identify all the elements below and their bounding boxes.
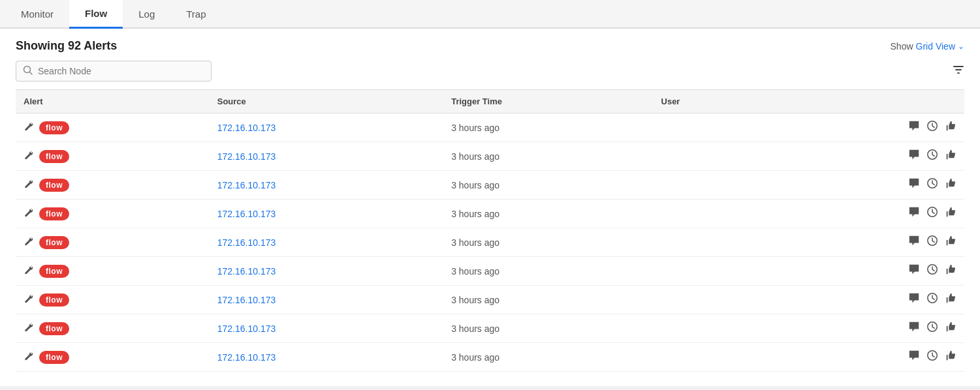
table-row: flow 172.16.10.173 3 hours ago [16, 314, 964, 343]
grid-view-link[interactable]: Grid View [916, 41, 955, 52]
source-link[interactable]: 172.16.10.173 [217, 266, 276, 277]
thumbsup-icon[interactable] [945, 292, 956, 307]
comment-icon[interactable] [908, 149, 920, 164]
thumbsup-icon[interactable] [945, 321, 956, 336]
comment-icon[interactable] [908, 206, 920, 221]
thumbsup-icon[interactable] [945, 206, 956, 221]
comment-icon[interactable] [908, 120, 920, 135]
clock-icon[interactable] [926, 350, 938, 365]
search-icon [23, 65, 33, 77]
thumbsup-icon[interactable] [945, 120, 956, 135]
trigger-time: 3 hours ago [451, 352, 499, 363]
header-row: Showing 92 Alerts Show Grid View ⌄ [16, 39, 964, 53]
chevron-down-icon: ⌄ [958, 42, 964, 51]
clock-icon[interactable] [926, 149, 938, 164]
source-link[interactable]: 172.16.10.173 [217, 295, 276, 305]
show-label: Show [891, 41, 913, 52]
tab-flow[interactable]: Flow [69, 0, 123, 29]
source-cell-1: 172.16.10.173 [210, 142, 443, 171]
alert-cell-5: flow [16, 257, 210, 286]
clock-icon[interactable] [926, 120, 938, 135]
thumbsup-icon[interactable] [945, 350, 956, 365]
alert-cell-3: flow [16, 200, 210, 228]
wrench-icon [24, 207, 34, 220]
source-link[interactable]: 172.16.10.173 [217, 209, 276, 219]
source-cell-0: 172.16.10.173 [210, 113, 443, 142]
clock-icon[interactable] [926, 206, 938, 221]
source-cell-2: 172.16.10.173 [210, 171, 443, 200]
thumbsup-icon[interactable] [945, 263, 956, 278]
thumbsup-icon[interactable] [945, 235, 956, 250]
tab-trap[interactable]: Trap [170, 0, 221, 29]
comment-icon[interactable] [908, 235, 920, 250]
table-row: flow 172.16.10.173 3 hours ago [16, 171, 964, 200]
comment-icon[interactable] [908, 292, 920, 307]
actions-cell-8 [763, 343, 964, 372]
alert-cell-0: flow [16, 113, 210, 142]
wrench-icon [24, 179, 34, 192]
user-cell-8 [654, 343, 763, 372]
svg-line-1 [30, 72, 33, 75]
table-row: flow 172.16.10.173 3 hours ago [16, 257, 964, 286]
trigger-time-cell-8: 3 hours ago [443, 343, 653, 372]
source-cell-4: 172.16.10.173 [210, 228, 443, 257]
search-box [16, 61, 212, 82]
search-input[interactable] [38, 66, 204, 76]
source-cell-3: 172.16.10.173 [210, 200, 443, 228]
tab-log[interactable]: Log [123, 0, 170, 29]
source-link[interactable]: 172.16.10.173 [217, 123, 276, 133]
actions-cell-6 [763, 286, 964, 314]
source-cell-7: 172.16.10.173 [210, 314, 443, 343]
thumbsup-icon[interactable] [945, 149, 956, 164]
flow-badge: flow [39, 236, 69, 249]
clock-icon[interactable] [926, 321, 938, 336]
user-cell-6 [654, 286, 763, 314]
clock-icon[interactable] [926, 177, 938, 192]
flow-badge: flow [39, 121, 69, 134]
flow-badge: flow [39, 293, 69, 307]
flow-badge: flow [39, 265, 69, 278]
source-link[interactable]: 172.16.10.173 [217, 323, 276, 334]
trigger-time-cell-2: 3 hours ago [443, 171, 653, 200]
wrench-icon [24, 150, 34, 163]
tab-monitor[interactable]: Monitor [5, 0, 69, 29]
source-link[interactable]: 172.16.10.173 [217, 180, 276, 190]
trigger-time-cell-3: 3 hours ago [443, 200, 653, 228]
alert-cell-8: flow [16, 343, 210, 372]
comment-icon[interactable] [908, 350, 920, 365]
user-cell-0 [654, 113, 763, 142]
thumbsup-icon[interactable] [945, 177, 956, 192]
filter-icon[interactable] [953, 64, 964, 79]
flow-badge: flow [39, 322, 69, 335]
source-link[interactable]: 172.16.10.173 [217, 237, 276, 248]
alert-cell-7: flow [16, 314, 210, 343]
tab-bar: MonitorFlowLogTrap [0, 0, 980, 29]
comment-icon[interactable] [908, 321, 920, 336]
actions-cell-1 [763, 142, 964, 171]
main-content: Showing 92 Alerts Show Grid View ⌄ [0, 29, 980, 386]
clock-icon[interactable] [926, 235, 938, 250]
trigger-time: 3 hours ago [451, 123, 499, 133]
actions-cell-5 [763, 257, 964, 286]
trigger-time: 3 hours ago [451, 295, 499, 305]
trigger-time-cell-6: 3 hours ago [443, 286, 653, 314]
trigger-time-cell-1: 3 hours ago [443, 142, 653, 171]
wrench-icon [24, 351, 34, 364]
comment-icon[interactable] [908, 263, 920, 278]
user-cell-7 [654, 314, 763, 343]
source-link[interactable]: 172.16.10.173 [217, 151, 276, 162]
source-link[interactable]: 172.16.10.173 [217, 352, 276, 363]
actions-cell-0 [763, 113, 964, 142]
source-cell-5: 172.16.10.173 [210, 257, 443, 286]
trigger-time: 3 hours ago [451, 209, 499, 219]
source-cell-8: 172.16.10.173 [210, 343, 443, 372]
clock-icon[interactable] [926, 263, 938, 278]
comment-icon[interactable] [908, 177, 920, 192]
trigger-time: 3 hours ago [451, 151, 499, 162]
clock-icon[interactable] [926, 292, 938, 307]
alerts-table: Alert Source Trigger Time User flow [16, 89, 964, 372]
user-cell-2 [654, 171, 763, 200]
user-cell-4 [654, 228, 763, 257]
trigger-time: 3 hours ago [451, 180, 499, 190]
actions-cell-4 [763, 228, 964, 257]
